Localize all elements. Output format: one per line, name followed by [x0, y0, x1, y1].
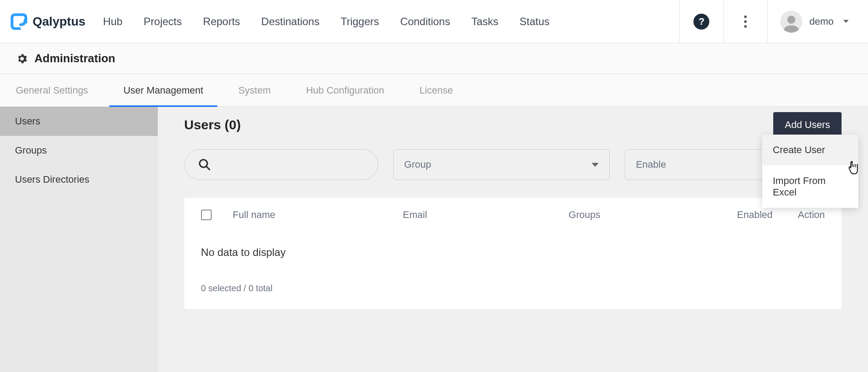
enable-filter-label: Enable [636, 159, 666, 170]
help-icon: ? [693, 14, 709, 30]
sidebar: Users Groups Users Directories [0, 107, 158, 372]
admin-sub-tabs: General Settings User Management System … [0, 74, 868, 107]
add-users-button[interactable]: Add Users [773, 112, 842, 138]
three-dots-icon [744, 15, 747, 28]
sidebar-item-groups[interactable]: Groups [0, 136, 158, 165]
column-fullname[interactable]: Full name [233, 209, 403, 221]
help-button[interactable]: ? [679, 0, 723, 43]
tab-hub-configuration[interactable]: Hub Configuration [306, 74, 384, 106]
nav-hub[interactable]: Hub [103, 15, 123, 28]
no-data-message: No data to display [184, 232, 842, 273]
nav-destinations[interactable]: Destinations [261, 15, 320, 28]
column-action: Action [798, 209, 825, 221]
add-users-dropdown: Create User Import From Excel [762, 135, 858, 208]
svg-line-6 [206, 166, 210, 170]
nav-reports[interactable]: Reports [203, 15, 240, 28]
column-enabled[interactable]: Enabled [737, 209, 798, 221]
avatar [780, 11, 802, 33]
search-input[interactable] [184, 149, 378, 180]
main-wrap: Users Groups Users Directories Users (0)… [0, 107, 868, 372]
brand-logo[interactable]: Qalyptus [10, 12, 86, 31]
select-all-column [201, 210, 233, 220]
nav-conditions[interactable]: Conditions [400, 15, 450, 28]
admin-header: Administration [0, 43, 868, 74]
gear-icon [16, 53, 28, 65]
chevron-down-icon [592, 163, 599, 167]
user-menu[interactable]: demo [767, 0, 868, 43]
group-filter[interactable]: Group [393, 149, 610, 180]
nav-status[interactable]: Status [520, 15, 550, 28]
more-menu-button[interactable] [723, 0, 767, 43]
column-email[interactable]: Email [403, 209, 569, 221]
brand-icon [10, 12, 28, 31]
content-title: Users (0) [184, 117, 241, 132]
sidebar-item-users-directories[interactable]: Users Directories [0, 165, 158, 194]
nav-triggers[interactable]: Triggers [341, 15, 379, 28]
users-table: Full name Email Groups Enabled Action No… [184, 198, 842, 309]
group-filter-label: Group [404, 159, 431, 170]
dropdown-import-excel[interactable]: Import From Excel [762, 165, 858, 208]
nav-tasks[interactable]: Tasks [471, 15, 498, 28]
tab-license[interactable]: License [420, 74, 453, 106]
search-icon [198, 158, 211, 171]
select-all-checkbox[interactable] [201, 210, 212, 220]
content-header: Users (0) Add Users [184, 112, 842, 138]
admin-title: Administration [34, 52, 115, 65]
top-nav: Qalyptus Hub Projects Reports Destinatio… [0, 0, 868, 43]
tab-user-management[interactable]: User Management [123, 74, 203, 106]
brand-text: Qalyptus [33, 15, 86, 29]
tab-system[interactable]: System [238, 74, 271, 106]
filters-row: Group Enable [184, 149, 842, 180]
table-header: Full name Email Groups Enabled Action [184, 198, 842, 232]
chevron-down-icon [843, 20, 849, 23]
main-nav-items: Hub Projects Reports Destinations Trigge… [103, 15, 679, 28]
svg-point-1 [787, 15, 795, 23]
nav-projects[interactable]: Projects [144, 15, 182, 28]
avatar-icon [782, 13, 801, 33]
tab-general-settings[interactable]: General Settings [16, 74, 88, 106]
content-area: Users (0) Add Users Create User Import F… [158, 107, 868, 372]
table-footer: 0 selected / 0 total [184, 273, 842, 309]
sidebar-item-users[interactable]: Users [0, 107, 158, 136]
column-groups[interactable]: Groups [569, 209, 737, 221]
dropdown-create-user[interactable]: Create User [762, 135, 858, 165]
top-actions: ? demo [679, 0, 868, 43]
user-name: demo [809, 16, 834, 27]
